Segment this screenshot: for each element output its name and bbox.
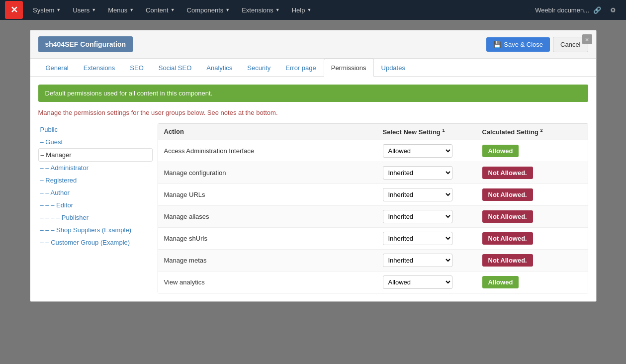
tab-bar: General Extensions SEO Social SEO Analyt… bbox=[30, 59, 596, 77]
action-label: Access Administration Interface bbox=[164, 147, 383, 155]
info-box: Default permissions used for all content… bbox=[38, 85, 588, 102]
modal-title: sh404SEF Configuration bbox=[38, 36, 133, 52]
calc-setting: Allowed bbox=[482, 145, 582, 157]
calc-setting: Not Allowed. bbox=[482, 232, 582, 245]
group-item-manager[interactable]: – Manager bbox=[38, 148, 153, 162]
modal-overlay: × sh404SEF Configuration 💾 Save & Close … bbox=[0, 20, 626, 364]
nav-extensions[interactable]: Extensions ▼ bbox=[237, 3, 285, 17]
calc-badge: Allowed bbox=[482, 276, 519, 288]
navbar-gear-icon[interactable]: ⚙ bbox=[605, 3, 621, 17]
nav-help[interactable]: Help ▼ bbox=[287, 3, 317, 17]
table-row: View analytics Allowed Inherited Denied … bbox=[158, 272, 588, 293]
navbar-right: Weeblr documen... 🔗 ⚙ bbox=[535, 3, 621, 17]
group-item-registered[interactable]: – Registered bbox=[38, 174, 153, 186]
tab-extensions[interactable]: Extensions bbox=[76, 59, 123, 77]
permission-select[interactable]: Inherited Allowed Denied bbox=[383, 188, 452, 201]
tab-security[interactable]: Security bbox=[240, 59, 278, 77]
table-row: Manage shUrls Inherited Allowed Denied N… bbox=[158, 228, 588, 250]
calc-badge: Allowed bbox=[482, 145, 519, 157]
table-row: Manage configuration Inherited Allowed D… bbox=[158, 162, 588, 184]
action-label: Manage aliases bbox=[164, 213, 383, 220]
action-label: Manage URLs bbox=[164, 191, 383, 198]
modal-dialog: × sh404SEF Configuration 💾 Save & Close … bbox=[30, 30, 597, 302]
background-content: × sh404SEF Configuration 💾 Save & Close … bbox=[0, 20, 626, 364]
nav-extensions-caret: ▼ bbox=[275, 7, 280, 12]
nav-components[interactable]: Components ▼ bbox=[182, 3, 235, 17]
tab-analytics[interactable]: Analytics bbox=[199, 59, 240, 77]
nav-system-caret: ▼ bbox=[56, 7, 61, 12]
table-header: Action Select New Setting 1 Calculated S… bbox=[158, 124, 588, 140]
navbar-right-label: Weeblr documen... bbox=[535, 6, 589, 14]
select-wrap: Allowed Inherited Denied bbox=[383, 275, 482, 289]
table-row: Manage metas Inherited Allowed Denied No… bbox=[158, 250, 588, 272]
col-action-header: Action bbox=[164, 128, 383, 136]
select-wrap: Inherited Allowed Denied bbox=[383, 254, 482, 267]
calc-setting: Not Allowed. bbox=[482, 210, 582, 223]
tab-updates[interactable]: Updates bbox=[374, 59, 413, 77]
calc-setting: Not Allowed. bbox=[482, 167, 582, 179]
table-row: Access Administration Interface Allowed … bbox=[158, 140, 588, 162]
action-label: View analytics bbox=[164, 278, 383, 286]
modal-header: sh404SEF Configuration 💾 Save & Close Ca… bbox=[30, 30, 596, 59]
group-item-publisher[interactable]: – – – – Publisher bbox=[38, 211, 153, 224]
calc-setting: Allowed bbox=[482, 276, 582, 288]
nav-system[interactable]: System ▼ bbox=[28, 3, 66, 17]
col-calc-header: Calculated Setting 2 bbox=[482, 128, 582, 136]
select-wrap: Allowed Inherited Denied bbox=[383, 144, 482, 158]
calc-setting: Not Allowed. bbox=[482, 254, 582, 267]
group-item-guest[interactable]: – Guest bbox=[38, 136, 153, 148]
modal-action-buttons: 💾 Save & Close Cancel bbox=[486, 37, 588, 52]
save-icon: 💾 bbox=[493, 41, 501, 48]
permission-select[interactable]: Allowed Inherited Denied bbox=[383, 144, 452, 158]
permissions-table: Action Select New Setting 1 Calculated S… bbox=[158, 123, 588, 293]
nav-components-caret: ▼ bbox=[225, 7, 230, 12]
nav-menus-caret: ▼ bbox=[129, 7, 134, 12]
brand-logo: ✕ bbox=[5, 1, 23, 19]
tab-general[interactable]: General bbox=[38, 59, 76, 77]
select-wrap: Inherited Allowed Denied bbox=[383, 188, 482, 201]
select-wrap: Inherited Allowed Denied bbox=[383, 166, 482, 180]
group-item-editor[interactable]: – – – Editor bbox=[38, 199, 153, 211]
calc-badge: Not Allowed. bbox=[482, 210, 533, 223]
tab-error-page[interactable]: Error page bbox=[278, 59, 323, 77]
save-close-button[interactable]: 💾 Save & Close bbox=[486, 37, 550, 52]
permission-select[interactable]: Inherited Allowed Denied bbox=[383, 232, 452, 245]
permissions-layout: Public – Guest – Manager – – Administrat… bbox=[38, 123, 588, 293]
calc-badge: Not Allowed. bbox=[482, 254, 533, 267]
permission-select[interactable]: Inherited Allowed Denied bbox=[383, 166, 452, 180]
table-row: Manage URLs Inherited Allowed Denied Not… bbox=[158, 184, 588, 206]
navbar-external-link-icon: 🔗 bbox=[593, 6, 601, 14]
nav-content-caret: ▼ bbox=[171, 7, 175, 12]
action-label: Manage shUrls bbox=[164, 235, 383, 242]
action-label: Manage metas bbox=[164, 257, 383, 264]
tab-permissions[interactable]: Permissions bbox=[324, 59, 374, 77]
group-item-administrator[interactable]: – – Administrator bbox=[38, 162, 153, 174]
top-navbar: ✕ System ▼ Users ▼ Menus ▼ Content ▼ Com… bbox=[0, 0, 626, 20]
group-item-customer-group[interactable]: – – Customer Group (Example) bbox=[38, 236, 153, 249]
group-item-public[interactable]: Public bbox=[38, 123, 153, 136]
col-select-header: Select New Setting 1 bbox=[383, 128, 482, 136]
permission-select[interactable]: Inherited Allowed Denied bbox=[383, 210, 452, 223]
action-label: Manage configuration bbox=[164, 169, 383, 177]
nav-users-caret: ▼ bbox=[91, 7, 96, 12]
groups-sidebar: Public – Guest – Manager – – Administrat… bbox=[38, 123, 158, 293]
table-row: Manage aliases Inherited Allowed Denied … bbox=[158, 206, 588, 228]
select-wrap: Inherited Allowed Denied bbox=[383, 232, 482, 245]
group-item-shop-suppliers[interactable]: – – – Shop Suppliers (Example) bbox=[38, 224, 153, 236]
nav-users[interactable]: Users ▼ bbox=[68, 3, 101, 17]
calc-badge: Not Allowed. bbox=[482, 188, 533, 201]
select-wrap: Inherited Allowed Denied bbox=[383, 210, 482, 223]
permission-select[interactable]: Allowed Inherited Denied bbox=[383, 275, 452, 289]
tab-social-seo[interactable]: Social SEO bbox=[151, 59, 199, 77]
calc-setting: Not Allowed. bbox=[482, 188, 582, 201]
group-item-author[interactable]: – – Author bbox=[38, 186, 153, 199]
calc-badge: Not Allowed. bbox=[482, 167, 533, 179]
tab-seo[interactable]: SEO bbox=[122, 59, 151, 77]
calc-badge: Not Allowed. bbox=[482, 232, 533, 245]
nav-help-caret: ▼ bbox=[307, 7, 311, 12]
nav-content[interactable]: Content ▼ bbox=[141, 3, 179, 17]
modal-close-button[interactable]: × bbox=[582, 34, 592, 44]
permission-select[interactable]: Inherited Allowed Denied bbox=[383, 254, 452, 267]
modal-body: Default permissions used for all content… bbox=[30, 77, 596, 301]
nav-menus[interactable]: Menus ▼ bbox=[103, 3, 139, 17]
